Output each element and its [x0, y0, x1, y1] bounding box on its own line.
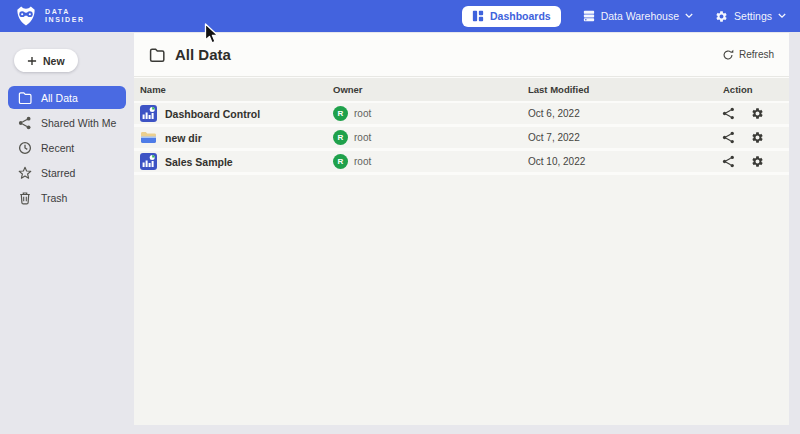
chevron-down-icon: [778, 13, 786, 19]
refresh-label: Refresh: [739, 49, 774, 60]
data-warehouse-label: Data Warehouse: [601, 10, 679, 22]
last-modified: Oct 7, 2022: [528, 132, 718, 143]
column-header-name: Name: [134, 84, 333, 95]
owner-avatar: R: [333, 130, 348, 145]
share-action-icon[interactable]: [722, 131, 735, 144]
folder-icon: [18, 91, 32, 105]
star-icon: [18, 166, 32, 180]
plus-icon: [27, 56, 37, 66]
file-name: new dir: [165, 132, 202, 144]
data-warehouse-menu[interactable]: Data Warehouse: [583, 10, 693, 22]
last-modified: Oct 10, 2022: [528, 156, 718, 167]
dashboard-grid-icon: [472, 10, 484, 22]
owner-name: root: [354, 132, 371, 143]
table-row[interactable]: new dir R root Oct 7, 2022: [134, 127, 789, 151]
file-table: Name Owner Last Modified Action Dashboar…: [134, 78, 789, 425]
column-header-owner: Owner: [333, 84, 528, 95]
folder-file-icon: [140, 129, 157, 146]
refresh-button[interactable]: Refresh: [722, 49, 774, 61]
refresh-icon: [722, 49, 734, 61]
table-row[interactable]: Sales Sample R root Oct 10, 2022: [134, 151, 789, 175]
chevron-down-icon: [685, 13, 693, 19]
sidebar-item-all-data[interactable]: All Data: [8, 86, 126, 109]
panel-header: All Data Refresh: [134, 33, 789, 77]
trash-icon: [18, 191, 32, 205]
page-title: All Data: [175, 46, 231, 63]
sidebar-item-starred[interactable]: Starred: [8, 161, 126, 184]
owner-avatar: R: [333, 106, 348, 121]
file-name: Sales Sample: [165, 156, 233, 168]
topbar: DATA INSIDER Dashboards Data Warehouse: [0, 0, 800, 32]
new-button[interactable]: New: [14, 49, 78, 72]
dashboard-file-icon: [140, 105, 157, 122]
gear-icon: [715, 10, 728, 23]
share-action-icon[interactable]: [722, 155, 735, 168]
new-button-label: New: [43, 55, 65, 67]
top-navigation: Dashboards Data Warehouse Settings: [462, 6, 786, 27]
dashboards-button[interactable]: Dashboards: [462, 6, 561, 27]
folder-icon: [149, 47, 165, 63]
sidebar-nav: All Data Shared With Me Recent Starred: [0, 85, 134, 210]
column-header-last-modified: Last Modified: [528, 84, 718, 95]
main-panel: All Data Refresh Name Owner Last Modifie…: [134, 33, 789, 425]
sidebar-item-label: All Data: [41, 92, 78, 104]
sidebar-item-label: Shared With Me: [41, 117, 116, 129]
owner-name: root: [354, 108, 371, 119]
clock-icon: [18, 141, 32, 155]
owner-name: root: [354, 156, 371, 167]
gear-action-icon[interactable]: [751, 131, 764, 144]
gear-action-icon[interactable]: [751, 107, 764, 120]
settings-label: Settings: [734, 10, 772, 22]
brand: DATA INSIDER: [14, 5, 85, 28]
share-action-icon[interactable]: [722, 107, 735, 120]
dashboard-file-icon: [140, 153, 157, 170]
sidebar-item-shared-with-me[interactable]: Shared With Me: [8, 111, 126, 134]
share-icon: [18, 116, 32, 130]
database-icon: [583, 10, 595, 22]
sidebar-item-recent[interactable]: Recent: [8, 136, 126, 159]
file-name: Dashboard Control: [165, 108, 260, 120]
gear-action-icon[interactable]: [751, 155, 764, 168]
brand-line1: DATA: [45, 8, 85, 16]
settings-menu[interactable]: Settings: [715, 10, 786, 23]
owl-logo-icon: [14, 5, 38, 28]
sidebar-item-trash[interactable]: Trash: [8, 186, 126, 209]
brand-line2: INSIDER: [45, 16, 85, 24]
sidebar-item-label: Recent: [41, 142, 74, 154]
last-modified: Oct 6, 2022: [528, 108, 718, 119]
table-header-row: Name Owner Last Modified Action: [134, 78, 789, 103]
sidebar-item-label: Trash: [41, 192, 67, 204]
sidebar: New All Data Shared With Me Recent: [0, 32, 134, 434]
owner-avatar: R: [333, 154, 348, 169]
dashboards-label: Dashboards: [490, 10, 551, 22]
sidebar-item-label: Starred: [41, 167, 75, 179]
table-row[interactable]: Dashboard Control R root Oct 6, 2022: [134, 103, 789, 127]
column-header-action: Action: [718, 84, 789, 95]
